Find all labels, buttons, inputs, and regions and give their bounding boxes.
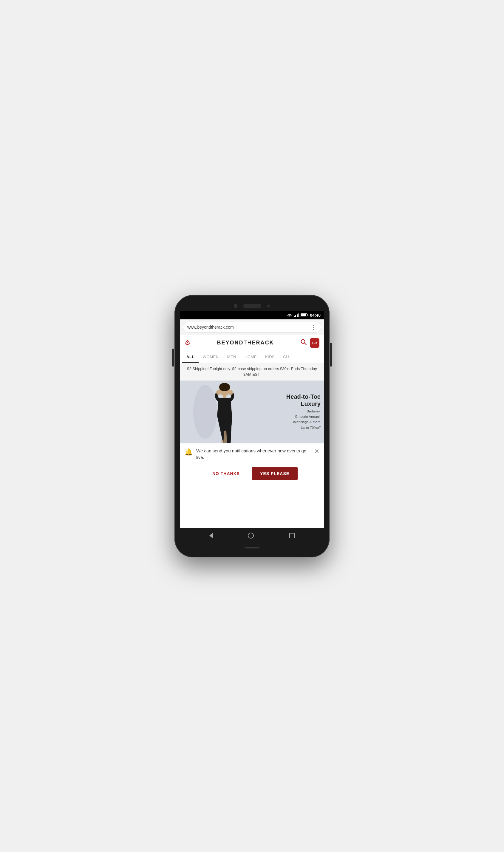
hero-text: Head-to-Toe Luxury Burberry,Emporio Arma… — [273, 393, 321, 431]
svg-point-0 — [301, 339, 305, 343]
browser-chrome: www.beyondtherack.com ⋮ — [180, 320, 324, 335]
no-thanks-button[interactable]: NO THANKS — [206, 468, 246, 479]
url-text: www.beyondtherack.com — [187, 325, 234, 329]
svg-point-6 — [216, 390, 221, 395]
search-icon[interactable] — [300, 339, 307, 347]
recents-button[interactable] — [289, 533, 295, 538]
front-camera — [234, 304, 237, 308]
notification-message: We can send you notifications whenever n… — [196, 448, 311, 461]
tab-women[interactable]: WOMEN — [199, 351, 223, 363]
site-header: ⚙ BEYONDTHERACK BR — [180, 335, 324, 351]
yes-please-button[interactable]: YES PLEASE — [252, 467, 298, 480]
browser-menu-dots[interactable]: ⋮ — [311, 324, 317, 330]
fashion-figure-svg — [189, 381, 248, 443]
promo-banner: $2 Shipping! Tonight only. $2 base shipp… — [180, 363, 324, 381]
notification-top: 🔔 We can send you notifications whenever… — [185, 448, 319, 461]
phone-top-hardware — [180, 304, 324, 308]
battery-icon — [301, 313, 308, 317]
notification-banner: 🔔 We can send you notifications whenever… — [180, 443, 324, 486]
signal-icon — [294, 313, 299, 317]
tab-men[interactable]: MEN — [223, 351, 240, 363]
address-bar[interactable]: www.beyondtherack.com ⋮ — [183, 322, 321, 332]
status-time: 04:40 — [310, 313, 321, 318]
svg-rect-8 — [221, 440, 223, 443]
shopping-bag-icon[interactable]: BR — [310, 338, 319, 348]
svg-line-1 — [305, 343, 306, 345]
status-bar: 04:40 — [180, 311, 324, 320]
back-button[interactable] — [209, 533, 213, 538]
site-logo[interactable]: BEYONDTHERACK — [217, 340, 274, 346]
home-indicator — [245, 547, 259, 548]
close-notification-button[interactable]: ✕ — [314, 448, 319, 455]
hero-banner: Head-to-Toe Luxury Burberry,Emporio Arma… — [180, 381, 324, 443]
phone-bottom-hardware — [180, 547, 324, 548]
header-icons: BR — [300, 338, 319, 348]
svg-point-7 — [228, 390, 233, 395]
bell-icon: 🔔 — [185, 448, 193, 456]
svg-point-2 — [193, 385, 217, 439]
phone-device: 04:40 www.beyondtherack.com ⋮ ⚙ BEYONDTH… — [175, 295, 329, 557]
tab-cue[interactable]: CU... — [279, 351, 297, 363]
tab-home[interactable]: HOME — [240, 351, 261, 363]
tab-kids[interactable]: KIDS — [261, 351, 279, 363]
nav-tabs: ALL WOMEN MEN HOME KIDS CU... — [180, 351, 324, 363]
svg-point-4 — [219, 383, 230, 391]
status-icons: 04:40 — [287, 313, 321, 318]
wifi-icon — [287, 313, 292, 317]
tab-all[interactable]: ALL — [182, 351, 199, 363]
hero-headline: Head-to-Toe Luxury — [273, 393, 321, 407]
promo-text: $2 Shipping! Tonight only. $2 base shipp… — [187, 366, 317, 377]
home-button[interactable] — [248, 532, 254, 539]
speaker-grille — [244, 304, 261, 308]
website-content: ⚙ BEYONDTHERACK BR — [180, 335, 324, 528]
proximity-sensor — [267, 305, 270, 307]
hero-subtext: Burberry,Emporio Armani,Balenciaga & mor… — [273, 409, 321, 431]
phone-screen: 04:40 www.beyondtherack.com ⋮ ⚙ BEYONDTH… — [180, 311, 324, 543]
android-nav-bar — [180, 528, 324, 543]
settings-icon[interactable]: ⚙ — [185, 339, 191, 347]
notification-buttons: NO THANKS YES PLEASE — [185, 466, 319, 483]
